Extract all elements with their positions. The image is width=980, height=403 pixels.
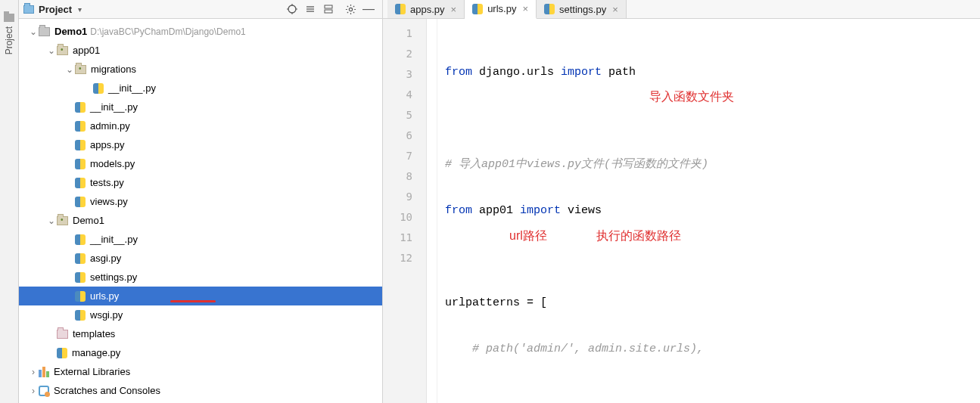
tree-file[interactable]: __init__.py [19,79,382,98]
tree-label: Demo1 [54,26,87,37]
line-number: 2 [383,44,426,64]
line-number: 11 [383,228,426,248]
tree-file[interactable]: models.py [19,154,382,173]
tree-file[interactable]: __init__.py [19,230,382,249]
code-comment: # 导入app01中views.py文件(书写函数的文件夹) [445,158,708,171]
line-number: 4 [383,85,426,105]
tree-file[interactable]: settings.py [19,268,382,287]
tree-label: asgi.py [90,253,121,264]
code-editor[interactable]: 1 2 3 4 5 6 7 8 9 10 11 12 from django.u… [383,19,980,403]
hide-panel-icon[interactable]: — [359,0,378,18]
tree-templates[interactable]: templates [19,324,382,343]
tree-label: wsgi.py [90,309,123,321]
python-file-icon [75,178,86,188]
chevron-down-icon[interactable] [46,45,57,56]
templates-folder-icon [57,330,68,339]
project-tool-label[interactable]: Project [4,26,14,54]
collapse-all-icon[interactable] [319,0,338,18]
package-icon [75,65,86,74]
code-token: django.urls [472,66,561,79]
tree-label: __init__.py [108,82,156,94]
close-icon[interactable]: × [522,3,528,14]
code-token: from [445,204,472,217]
line-gutter: 1 2 3 4 5 6 7 8 9 10 11 12 [383,19,427,403]
tree-label: __init__.py [90,101,138,113]
close-icon[interactable]: × [612,4,618,15]
tree-file[interactable]: tests.py [19,173,382,192]
line-number: 8 [383,166,426,187]
project-toolbar: Project ▾ — [19,0,383,18]
code-area[interactable]: from django.urls import path # 导入app01中v… [437,19,980,403]
python-file-icon [75,253,86,264]
expand-all-icon[interactable] [301,0,319,18]
tree-root[interactable]: Demo1 D:\javaBC\PyChamDm\Django\Demo1 [19,22,382,41]
tree-scratches[interactable]: Scratches and Consoles [19,381,382,400]
tree-file[interactable]: __init__.py [19,98,382,116]
tree-label: migrations [91,64,136,75]
tree-label: Scratches and Consoles [54,385,160,396]
svg-rect-8 [325,5,332,8]
tree-label: models.py [90,158,135,169]
tree-external-libs[interactable]: External Libraries [19,362,382,381]
line-number: 5 [383,105,426,126]
code-token: views [561,204,602,217]
project-view-label[interactable]: Project [39,4,72,15]
project-tool-icon[interactable] [4,14,14,22]
scratch-icon [39,386,49,396]
svg-point-0 [288,5,296,13]
tree-label: apps.py [90,139,125,150]
top-toolbar: Project ▾ — apps.py × [19,0,980,19]
line-number: 12 [383,248,426,268]
annotation-import: 导入函数文件夹 [649,89,734,105]
svg-rect-9 [325,10,332,13]
chevron-down-icon[interactable] [46,215,57,226]
code-token: from [445,66,472,79]
line-number: 9 [383,187,426,207]
tree-demo1-pkg[interactable]: Demo1 [19,211,382,230]
tree-file[interactable]: apps.py [19,135,382,154]
tree-file[interactable]: asgi.py [19,249,382,268]
python-file-icon [75,140,86,150]
gear-icon[interactable] [341,0,359,18]
project-view-icon [23,5,34,14]
chevron-down-icon[interactable] [28,26,39,37]
svg-point-10 [349,8,352,11]
tab-apps[interactable]: apps.py × [387,0,465,18]
python-file-icon [75,197,86,207]
tree-label: templates [73,328,115,339]
tree-label: External Libraries [54,366,130,377]
close-icon[interactable]: × [451,4,457,15]
tree-file-urls[interactable]: urls.py [19,287,382,305]
tree-file[interactable]: wsgi.py [19,305,382,324]
locate-icon[interactable] [283,0,301,18]
tree-migrations[interactable]: migrations [19,60,382,79]
ide-left-gutter: Project [0,0,19,403]
tab-label: apps.py [410,4,445,15]
tree-app01[interactable]: app01 [19,41,382,60]
tree-label: tests.py [90,177,124,188]
chevron-down-icon[interactable] [64,64,75,75]
line-number: 7 [383,146,426,166]
project-tree[interactable]: Demo1 D:\javaBC\PyChamDm\Django\Demo1 ap… [19,19,382,403]
annotation-url-path: url路径 [509,228,547,244]
project-view-dropdown-icon[interactable]: ▾ [78,5,82,14]
tab-settings[interactable]: settings.py × [537,0,627,18]
chevron-right-icon[interactable] [28,386,39,396]
tree-label: admin.py [90,120,130,132]
tab-urls[interactable]: urls.py × [465,0,537,19]
code-token: app01 [472,204,520,217]
code-token: urlpatterns = [ [445,296,547,309]
chevron-right-icon[interactable] [28,367,39,377]
python-file-icon [395,4,406,14]
tree-file[interactable]: views.py [19,192,382,211]
tree-file[interactable]: admin.py [19,116,382,135]
tree-file[interactable]: manage.py [19,343,382,362]
folder-icon [39,27,50,36]
python-file-icon [57,348,67,358]
line-number: 1 [383,23,426,44]
code-token: import [561,66,602,79]
python-file-icon [75,121,86,132]
code-token: import [520,204,561,217]
python-file-icon [93,83,104,94]
library-icon [39,367,49,377]
